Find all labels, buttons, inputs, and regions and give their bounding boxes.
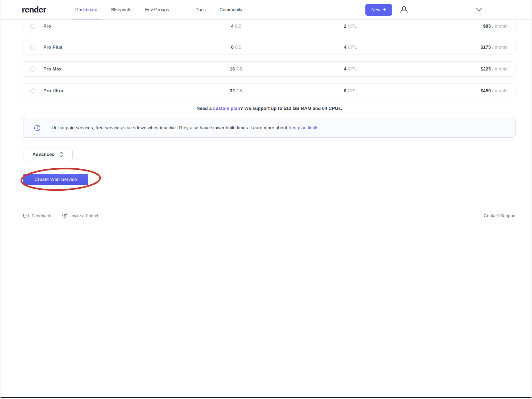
ram-value: 16 [230,66,235,72]
send-icon [61,213,67,219]
plan-name: Pro Plus [43,45,180,50]
plan-ram: 16 GB [180,66,292,72]
feedback-link[interactable]: Feedback [23,213,51,219]
plan-row-pro-plus[interactable]: Pro Plus 8 GB 4 CPU $175 / month [23,40,515,55]
top-navigation-bar: render Dashboard Blueprints Env Groups D… [1,0,531,20]
nav-item-env-groups[interactable]: Env Groups [145,0,169,19]
nav-item-dashboard[interactable]: Dashboard [75,0,97,19]
primary-nav: Dashboard Blueprints Env Groups Docs Com… [75,0,256,19]
price-unit: / month [492,45,508,50]
ram-value: 8 [231,45,234,50]
plan-cpu: 8 CPU [292,88,409,94]
ram-unit: GB [236,88,243,93]
feedback-label: Feedback [32,213,51,218]
feedback-icon [23,213,29,219]
ram-value: 32 [230,88,235,93]
create-button-area: Create Web Service [23,168,119,191]
ram-value: 4 [231,24,234,29]
price-unit: / month [492,66,508,72]
nav-item-label: Dashboard [75,7,97,13]
plan-cpu: 4 CPU [292,66,409,72]
price-value: $450 [480,88,491,93]
advanced-label: Advanced [32,152,55,157]
nav-item-community[interactable]: Community [220,0,242,19]
page-footer: Feedback Invite a Friend Contact Support [23,213,515,219]
nav-item-label: Community [220,7,242,13]
new-button[interactable]: New + [365,4,392,16]
price-unit: / month [492,24,508,29]
price-value: $225 [480,66,491,72]
nav-item-label: Blueprints [111,7,131,13]
custom-plan-link[interactable]: custom plan [213,106,240,111]
cpu-unit: CPU [348,88,358,93]
info-icon [34,125,40,131]
nav-item-docs[interactable]: Docs [195,0,206,19]
user-account-icon[interactable] [399,5,409,15]
nav-item-label: Env Groups [145,7,169,13]
plan-radio[interactable] [30,45,35,50]
plan-row-pro[interactable]: Pro 4 GB 2 CPU $85 / month [23,20,515,33]
window-bottom-edge [1,397,531,398]
chevron-up-down-icon [59,152,63,157]
nav-item-blueprints[interactable]: Blueprints [111,0,131,19]
create-web-service-button[interactable]: Create Web Service [23,174,88,185]
plan-price: $175 / month [409,45,508,50]
cpu-value: 4 [344,45,347,50]
cpu-value: 8 [344,88,347,93]
custom-plan-suffix: ? We support up to 512 GB RAM and 64 CPU… [240,106,342,111]
header-right-group: New + [365,4,510,16]
price-value: $85 [483,24,491,29]
free-plan-limits-link[interactable]: free plan limits [288,125,319,130]
plan-name: Pro [43,24,180,29]
price-unit: / month [492,88,508,93]
plus-icon: + [383,7,386,13]
free-plan-notice: Unlike paid services, free services scal… [23,118,515,138]
render-dashboard-page: render Dashboard Blueprints Env Groups D… [0,0,532,399]
cpu-value: 4 [344,66,347,72]
advanced-toggle-button[interactable]: Advanced [23,148,73,161]
nav-divider [183,5,183,15]
chevron-down-icon[interactable] [476,8,482,12]
plan-ram: 32 GB [180,88,292,94]
cpu-unit: CPU [348,66,358,72]
custom-plan-line: Need a custom plan? We support up to 512… [23,106,515,111]
main-content: Pro 4 GB 2 CPU $85 / month Pro Plus 8 GB [1,20,531,219]
invite-friend-link[interactable]: Invite a Friend [61,213,98,219]
cpu-value: 2 [344,24,347,29]
plan-row-pro-ultra[interactable]: Pro Ultra 32 GB 8 CPU $450 / month [23,83,515,98]
contact-support-link[interactable]: Contact Support [484,213,515,218]
invite-friend-label: Invite a Friend [70,213,98,218]
plan-price: $85 / month [409,24,508,29]
plan-price: $450 / month [409,88,508,94]
new-button-label: New [371,7,380,13]
plan-price: $225 / month [409,66,508,72]
plan-row-pro-max[interactable]: Pro Max 16 GB 4 CPU $225 / month [23,61,515,77]
plan-radio[interactable] [30,88,35,94]
ram-unit: GB [235,24,242,29]
plan-name: Pro Ultra [43,88,180,94]
notice-text-before: Unlike paid services, free services scal… [52,125,288,130]
plan-cpu: 4 CPU [292,45,409,50]
custom-plan-prefix: Need a [196,106,213,111]
notice-text-after: . [319,125,320,130]
nav-item-label: Docs [195,7,206,13]
plan-ram: 8 GB [180,45,292,50]
plan-radio[interactable] [30,24,35,29]
render-logo[interactable]: render [22,5,46,15]
plan-cpu: 2 CPU [292,24,409,29]
notice-text: Unlike paid services, free services scal… [52,125,320,131]
ram-unit: GB [235,45,242,50]
cpu-unit: CPU [348,24,358,29]
plan-radio[interactable] [30,66,35,72]
plan-ram: 4 GB [180,24,292,29]
price-value: $175 [480,45,491,50]
ram-unit: GB [236,66,243,72]
plan-name: Pro Max [43,66,180,72]
cpu-unit: CPU [348,45,358,50]
